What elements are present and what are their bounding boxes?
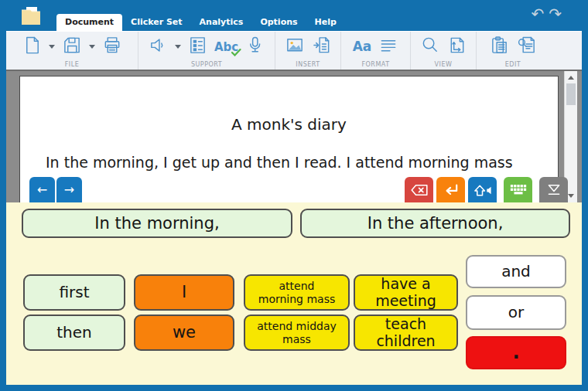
tab-document[interactable]: Document — [56, 14, 122, 31]
speak-icon — [473, 183, 493, 197]
right-arrow-icon: → — [64, 182, 74, 197]
scroll-up-icon[interactable] — [568, 76, 574, 80]
redo-icon[interactable]: ↷ — [549, 5, 562, 23]
grid-cell-punctuation[interactable]: . — [466, 336, 566, 369]
toolbar-group-support: Abc SUPPORT — [138, 32, 275, 70]
zoom-icon[interactable] — [420, 36, 440, 58]
return-icon — [443, 183, 460, 197]
hide-grid-icon — [545, 183, 562, 196]
backspace-button[interactable] — [405, 177, 433, 202]
toolbar-group-label: SUPPORT — [138, 61, 275, 68]
previous-page-button[interactable]: ← — [29, 177, 55, 202]
new-document-dropdown-icon[interactable] — [49, 45, 55, 49]
scroll-down-icon[interactable] — [568, 194, 574, 198]
grid-cell-starter[interactable]: In the afternoon, — [300, 209, 570, 238]
ribbon-toolbar: FILE Abc — [6, 31, 582, 70]
grid-cell-phrase[interactable]: have a meeting — [354, 274, 458, 311]
save-icon[interactable] — [62, 36, 82, 58]
document-area: A monk's diary In the morning, I get up … — [6, 70, 582, 202]
check-icon — [231, 49, 241, 56]
scrollbar-thumb[interactable] — [566, 83, 576, 105]
grid-cell-phrase[interactable]: attend morning mass — [244, 274, 350, 311]
grid-cell-connective[interactable]: or — [466, 295, 566, 330]
new-document-icon[interactable] — [22, 36, 42, 58]
grid-cell-starter[interactable]: In the morning, — [22, 209, 292, 238]
microphone-icon[interactable] — [245, 36, 265, 58]
hide-grid-button[interactable] — [539, 177, 568, 202]
toolbar-group-label: EDIT — [477, 61, 549, 68]
return-button[interactable] — [436, 177, 465, 202]
grid-cell-word[interactable]: first — [23, 274, 125, 311]
page-navigation: ← → — [29, 177, 82, 202]
document-title: A monk's diary — [20, 115, 558, 134]
document-body-text: In the morning, I get up and then I read… — [46, 154, 550, 171]
speaker-dropdown-icon[interactable] — [175, 45, 181, 49]
find-replace-icon[interactable] — [517, 36, 537, 58]
save-dropdown-icon[interactable] — [89, 45, 95, 49]
toolbar-group-label: FORMAT — [341, 61, 410, 68]
toolbar-group-format: Aa FORMAT — [340, 32, 410, 70]
clicker-grid: In the morning, In the afternoon, first … — [6, 202, 582, 385]
keyboard-icon — [509, 183, 528, 196]
speaker-icon[interactable] — [149, 36, 168, 58]
grid-cell-word[interactable]: then — [23, 314, 125, 351]
grid-cell-phrase[interactable]: teach children — [354, 314, 458, 351]
toolbar-group-insert: INSERT — [275, 32, 340, 70]
insert-picture-icon[interactable] — [285, 36, 305, 58]
menu-tabs: Document Clicker Set Analytics Options H… — [56, 14, 345, 31]
undo-redo-group: ↶ ↷ — [531, 5, 562, 23]
grid-cell-phrase[interactable]: attend midday mass — [244, 314, 350, 351]
left-arrow-icon: ← — [37, 182, 47, 197]
print-icon[interactable] — [102, 36, 122, 58]
keyboard-button[interactable] — [504, 177, 532, 202]
toolbar-group-file: FILE — [6, 32, 138, 70]
tab-help[interactable]: Help — [306, 14, 345, 31]
insert-document-icon[interactable] — [312, 36, 332, 58]
toolbar-group-view: VIEW — [410, 32, 476, 70]
grid-cell-word[interactable]: we — [134, 314, 234, 351]
grid-cell-word[interactable]: I — [134, 274, 234, 311]
toolbar-group-label: VIEW — [411, 61, 476, 68]
clicker-app-window: Document Clicker Set Analytics Options H… — [0, 0, 588, 391]
speak-button[interactable] — [468, 177, 497, 202]
tab-analytics[interactable]: Analytics — [191, 14, 252, 31]
backspace-icon — [410, 184, 429, 196]
cell-grid-icon[interactable] — [188, 36, 207, 58]
paste-icon[interactable] — [490, 36, 510, 58]
title-bar: Document Clicker Set Analytics Options H… — [0, 0, 588, 31]
next-page-button[interactable]: → — [56, 177, 82, 202]
page-view-icon[interactable] — [447, 36, 467, 58]
folder-icon[interactable] — [19, 5, 43, 29]
tab-clicker-set[interactable]: Clicker Set — [122, 14, 191, 31]
undo-icon[interactable]: ↶ — [531, 5, 544, 23]
tab-options[interactable]: Options — [251, 14, 306, 31]
grid-cell-connective[interactable]: and — [466, 255, 566, 288]
toolbar-group-edit: EDIT — [476, 32, 549, 70]
toolbar-group-label: FILE — [6, 61, 138, 68]
alignment-icon[interactable] — [378, 36, 398, 58]
toolbar-group-label: INSERT — [275, 61, 340, 68]
writing-action-buttons — [405, 177, 568, 202]
spellcheck-icon[interactable]: Abc — [214, 39, 238, 54]
text-format-icon[interactable]: Aa — [353, 39, 372, 54]
